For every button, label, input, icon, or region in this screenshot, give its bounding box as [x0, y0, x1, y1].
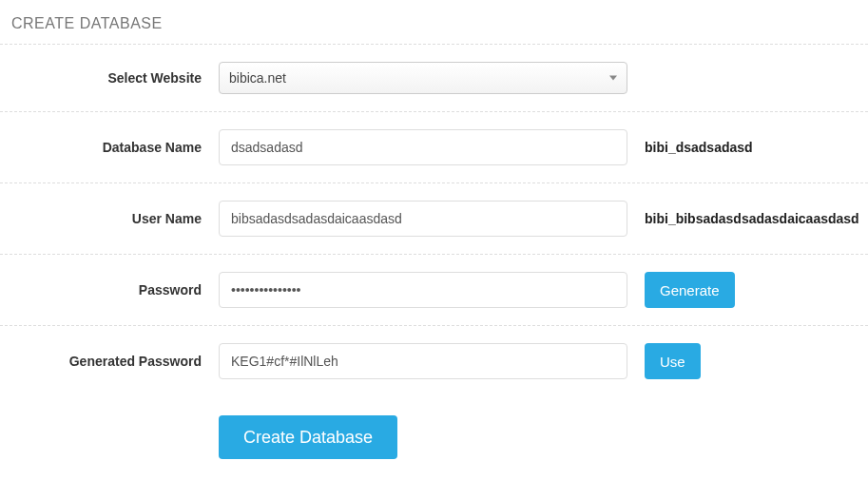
- generated-password-input[interactable]: [219, 343, 627, 379]
- row-select-website: Select Website bibica.net: [0, 44, 868, 111]
- row-generated-password: Generated Password Use: [0, 325, 868, 396]
- user-name-input[interactable]: [219, 201, 627, 237]
- create-database-button[interactable]: Create Database: [219, 415, 397, 459]
- label-database-name: Database Name: [0, 140, 219, 155]
- chevron-down-icon: [609, 76, 617, 81]
- user-name-fullname: bibi_bibsadasdsadasdaicaasdasd: [627, 211, 859, 226]
- label-select-website: Select Website: [0, 70, 219, 86]
- select-website[interactable]: bibica.net: [219, 62, 627, 94]
- label-generated-password: Generated Password: [0, 354, 219, 369]
- label-password: Password: [0, 282, 219, 298]
- database-name-input[interactable]: [219, 129, 627, 165]
- submit-row: Create Database: [0, 396, 868, 480]
- select-website-value: bibica.net: [229, 70, 286, 86]
- database-name-fullname: bibi_dsadsadasd: [627, 140, 753, 155]
- use-button[interactable]: Use: [645, 343, 701, 379]
- row-user-name: User Name bibi_bibsadasdsadasdaicaasdasd: [0, 182, 868, 254]
- generate-button[interactable]: Generate: [645, 272, 735, 308]
- label-user-name: User Name: [0, 211, 219, 226]
- row-database-name: Database Name bibi_dsadsadasd: [0, 111, 868, 182]
- password-input[interactable]: [219, 272, 627, 308]
- row-password: Password Generate: [0, 254, 868, 325]
- page-title: CREATE DATABASE: [0, 0, 868, 44]
